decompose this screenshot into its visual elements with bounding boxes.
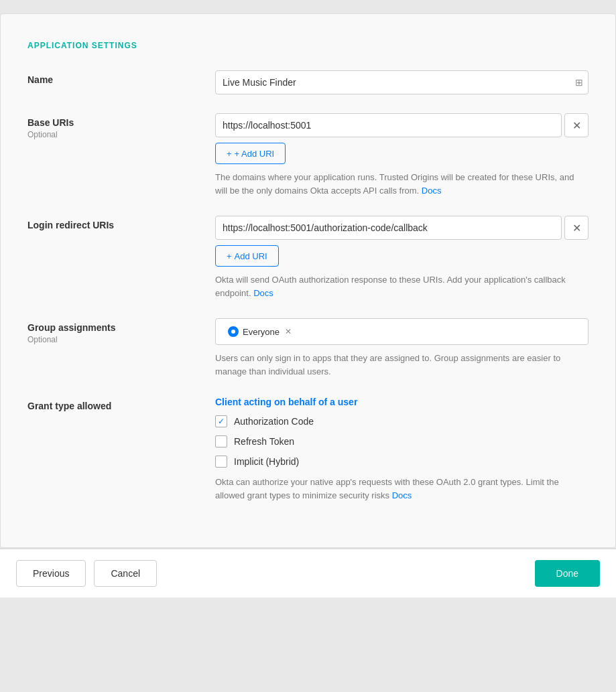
name-label-col: Name: [27, 70, 215, 85]
login-redirect-field-col: ✕ + Add URI Okta will send OAuth authori…: [215, 216, 589, 299]
name-input[interactable]: [215, 70, 589, 94]
authorization-code-row: Authorization Code: [215, 415, 589, 427]
login-redirect-label: Login redirect URIs: [27, 220, 215, 230]
implicit-row: Implicit (Hybrid): [215, 456, 589, 468]
name-row: Name ⊞: [27, 70, 589, 94]
group-assignments-field-col: Everyone ✕ Users can only sign in to app…: [215, 318, 589, 378]
group-assignment-box[interactable]: Everyone ✕: [215, 318, 589, 345]
grant-type-label-col: Grant type allowed: [27, 397, 215, 411]
authorization-code-label: Authorization Code: [234, 416, 314, 427]
login-redirect-clear-btn[interactable]: ✕: [564, 216, 589, 240]
edit-icon: ⊞: [575, 77, 583, 88]
name-label: Name: [27, 74, 215, 85]
login-redirect-docs-link[interactable]: Docs: [253, 288, 273, 298]
plus-icon: +: [227, 149, 232, 159]
group-assignments-label-col: Group assignments Optional: [27, 318, 215, 345]
grant-type-field-col: Client acting on behalf of a user Author…: [215, 397, 589, 502]
add-uri-label: + Add URI: [235, 149, 275, 159]
add-uri-label-2: Add URI: [235, 251, 267, 261]
group-tag-label: Everyone: [243, 327, 280, 337]
implicit-label: Implicit (Hybrid): [234, 456, 299, 467]
login-redirect-row: Login redirect URIs ✕ + Add URI Okta wil…: [27, 216, 589, 299]
base-uri-input-row: ✕: [215, 113, 589, 137]
login-redirect-input-row: ✕: [215, 216, 589, 240]
done-button[interactable]: Done: [535, 560, 600, 587]
refresh-token-row: Refresh Token: [215, 435, 589, 447]
login-redirect-label-col: Login redirect URIs: [27, 216, 215, 230]
base-uris-helper-text: The domains where your application runs.…: [215, 171, 589, 197]
login-redirect-add-btn[interactable]: + Add URI: [215, 245, 279, 267]
group-tag-radio-inner: [231, 330, 235, 334]
base-uris-optional: Optional: [27, 130, 58, 139]
group-assignments-optional: Optional: [27, 335, 58, 344]
grant-type-section-label: Client acting on behalf of a user: [215, 397, 589, 407]
authorization-code-checkbox[interactable]: [215, 415, 227, 427]
plus-icon-2: +: [227, 251, 232, 261]
base-uris-label: Base URIs: [27, 117, 215, 128]
base-uri-clear-btn[interactable]: ✕: [564, 113, 589, 137]
grant-type-row: Grant type allowed Client acting on beha…: [27, 397, 589, 502]
previous-button[interactable]: Previous: [16, 560, 86, 587]
name-input-wrap: ⊞: [215, 70, 589, 94]
group-tag-everyone: Everyone ✕: [223, 325, 297, 338]
base-uri-add-btn[interactable]: + + Add URI: [215, 143, 286, 164]
grant-type-label: Grant type allowed: [27, 401, 215, 411]
group-tag-close-btn[interactable]: ✕: [285, 327, 292, 336]
login-redirect-input[interactable]: [215, 216, 562, 240]
group-assignments-row: Group assignments Optional Everyone ✕ Us…: [27, 318, 589, 378]
footer-bar: Previous Cancel Done: [0, 549, 616, 598]
page-container: APPLICATION SETTINGS Name ⊞ Base URIs Op…: [0, 13, 616, 598]
grant-docs-link[interactable]: Docs: [392, 490, 412, 500]
section-title: APPLICATION SETTINGS: [27, 41, 589, 50]
main-card: APPLICATION SETTINGS Name ⊞ Base URIs Op…: [0, 13, 616, 548]
group-tag-radio: [228, 326, 239, 337]
name-field-col: ⊞: [215, 70, 589, 94]
group-assignments-label: Group assignments: [27, 322, 215, 333]
base-uris-docs-link[interactable]: Docs: [422, 186, 442, 196]
implicit-checkbox[interactable]: [215, 456, 227, 468]
cancel-button[interactable]: Cancel: [94, 560, 157, 587]
base-uri-input[interactable]: [215, 113, 562, 137]
base-uris-row: Base URIs Optional ✕ + + Add URI The dom…: [27, 113, 589, 197]
base-uris-label-col: Base URIs Optional: [27, 113, 215, 140]
refresh-token-checkbox[interactable]: [215, 435, 227, 447]
footer-left: Previous Cancel: [16, 560, 157, 587]
login-redirect-helper-text: Okta will send OAuth authorization respo…: [215, 273, 589, 299]
grant-helper-text: Okta can authorize your native app's req…: [215, 476, 589, 502]
refresh-token-label: Refresh Token: [234, 436, 294, 447]
base-uris-field-col: ✕ + + Add URI The domains where your app…: [215, 113, 589, 197]
group-helper-text: Users can only sign in to apps that they…: [215, 352, 589, 378]
